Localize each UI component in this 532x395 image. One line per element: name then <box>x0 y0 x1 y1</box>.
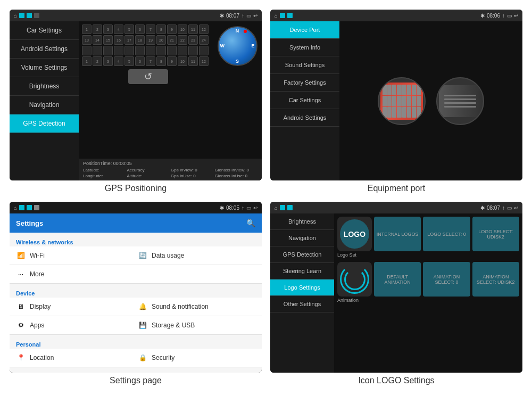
port-cable-visual <box>439 85 481 117</box>
settings-scroll[interactable]: Wireless & networks 📶 Wi-Fi 🔄 Data usage… <box>10 233 262 373</box>
grid-row-2: 13 14 15 16 17 18 19 20 21 22 23 <box>82 35 214 45</box>
settings-row-location[interactable]: 📍 Location 🔒 Security <box>10 349 262 367</box>
anim-default[interactable]: DEFAULT ANIMATION <box>374 262 421 297</box>
pin-6 <box>407 85 411 95</box>
sidebar-item-android-settings[interactable]: Android Settings <box>10 40 79 59</box>
equip-sidebar-factory-settings[interactable]: Factory Settings <box>270 74 339 92</box>
logo-time: 08:07 <box>487 205 500 211</box>
settings-row-apps[interactable]: ⚙ Apps 💾 Storage & USB <box>10 316 262 335</box>
grid-row-4: 1 2 3 4 5 6 7 8 9 10 11 <box>82 56 214 66</box>
compass-w: W <box>220 43 225 48</box>
back-icon[interactable]: ↩ <box>253 13 257 19</box>
anim-select-0[interactable]: ANIMATION SELECT: 0 <box>423 262 470 297</box>
gc-24: 24 <box>199 35 209 45</box>
anim-inner <box>344 269 365 290</box>
pin-23 <box>412 107 416 118</box>
gc-c9: 9 <box>167 56 177 66</box>
apps-icon: ⚙ <box>16 320 26 330</box>
equip-sidebar-car-settings[interactable]: Car Settings <box>270 92 339 109</box>
pin-1 <box>383 85 387 95</box>
gc-b3 <box>103 46 113 55</box>
logo-row: LOGO INTERNAL LOGOS LOGO SELECT: 0 LOGO … <box>337 217 519 251</box>
status-dot-1 <box>19 13 24 18</box>
equip-sidebar-system-info[interactable]: System Info <box>270 39 339 56</box>
gps-inuse-field: Gps InUse: 0 <box>171 174 214 178</box>
logo-dot-1 <box>280 205 285 210</box>
logo-cell: ⌂ ✱ 08:07 ↑ ▭ ↩ Brightness Navigation GP… <box>266 198 527 390</box>
settings-row-more[interactable]: ··· More <box>10 265 262 284</box>
settings-dot-3 <box>34 205 39 210</box>
compass-n: N <box>236 28 239 34</box>
settings-dot-1 <box>19 205 24 210</box>
sidebar-item-volume-settings[interactable]: Volume Settings <box>10 59 79 77</box>
settings-back[interactable]: ↩ <box>253 205 257 211</box>
logo-section: LOGO INTERNAL LOGOS LOGO SELECT: 0 LOGO … <box>337 217 519 259</box>
settings-time: 08:05 <box>226 205 239 211</box>
gc-17: 17 <box>124 35 134 45</box>
equip-back[interactable]: ↩ <box>514 13 518 19</box>
gc-c12: 12 <box>199 56 209 66</box>
refresh-button[interactable]: ↺ <box>128 69 168 84</box>
logo-select-0-label: LOGO SELECT: 0 <box>427 232 466 237</box>
divider-2 <box>10 335 262 339</box>
apps-label: Apps <box>30 322 134 329</box>
equip-bluetooth: ✱ <box>480 13 485 19</box>
globe: N S E W <box>218 26 257 66</box>
sidebar-item-gps[interactable]: GPS Detection <box>10 114 79 133</box>
anim-row: DEFAULT ANIMATION ANIMATION SELECT: 0 AN… <box>337 262 519 297</box>
settings-home-icon: ⌂ <box>14 205 17 211</box>
logo-select-udisk[interactable]: LOGO SELECT: UDISK2 <box>472 217 519 251</box>
logo-sidebar-navigation[interactable]: Navigation <box>270 230 334 246</box>
main-grid: ⌂ ✱ 08:07 ↑ ▭ ↩ Car Settings Android Set <box>0 0 532 395</box>
settings-battery: ▭ <box>246 205 251 211</box>
settings-row-display[interactable]: 🖥 Display 🔔 Sound & notification <box>10 298 262 316</box>
equip-sidebar-device-port[interactable]: Device Port <box>270 21 339 39</box>
equipment-cell: ⌂ ✱ 08:06 ↑ ▭ ↩ Device Port System Info … <box>266 5 527 198</box>
sidebar-item-navigation[interactable]: Navigation <box>10 96 79 114</box>
port-connector-image <box>378 77 426 125</box>
equip-status-bar: ⌂ ✱ 08:06 ↑ ▭ ↩ <box>270 10 522 21</box>
pin-7 <box>412 85 416 95</box>
gc-6: 6 <box>135 24 145 34</box>
anim-select-0-label: ANIMATION SELECT: 0 <box>425 274 468 285</box>
gc-c11: 11 <box>188 56 198 66</box>
logo-internal[interactable]: INTERNAL LOGOS <box>374 217 421 251</box>
equip-status-left: ⌂ <box>275 13 293 19</box>
logo-sidebar-steering[interactable]: Steering Learn <box>270 263 334 279</box>
settings-signal: ↑ <box>242 205 244 211</box>
logo-sidebar-brightness[interactable]: Brightness <box>270 213 334 230</box>
cable-line-1 <box>444 95 476 96</box>
equip-sidebar-android-settings[interactable]: Android Settings <box>270 109 339 127</box>
gc-2: 2 <box>93 24 102 34</box>
sidebar-item-brightness[interactable]: Brightness <box>10 77 79 96</box>
section-device: Device <box>10 288 262 298</box>
equip-sidebar-sound-settings[interactable]: Sound Settings <box>270 56 339 74</box>
equip-home-icon: ⌂ <box>275 13 278 19</box>
grid-numbers: 1 2 3 4 5 6 7 8 9 10 11 <box>82 24 214 155</box>
sidebar-item-car-settings[interactable]: Car Settings <box>10 21 79 40</box>
logo-sidebar: Brightness Navigation GPS Detection Stee… <box>270 213 334 373</box>
equip-sidebar: Device Port System Info Sound Settings F… <box>270 21 339 180</box>
logo-sidebar-other[interactable]: Other Settings <box>270 296 334 312</box>
settings-search-button[interactable]: 🔍 <box>246 219 255 227</box>
anim-section: DEFAULT ANIMATION ANIMATION SELECT: 0 AN… <box>337 262 519 304</box>
anim-select-udisk[interactable]: ANIMATION SELECT: UDISK2 <box>472 262 519 297</box>
anim-default-label: DEFAULT ANIMATION <box>376 274 419 285</box>
settings-row-wifi[interactable]: 📶 Wi-Fi 🔄 Data usage <box>10 246 262 265</box>
logo-back[interactable]: ↩ <box>514 205 518 211</box>
equipment-screen: ⌂ ✱ 08:06 ↑ ▭ ↩ Device Port System Info … <box>270 10 522 180</box>
gc-b1 <box>82 46 92 55</box>
anim-item[interactable] <box>337 262 372 297</box>
gc-22: 22 <box>178 35 187 45</box>
logo-select-0[interactable]: LOGO SELECT: 0 <box>423 217 470 251</box>
logo-sidebar-gps[interactable]: GPS Detection <box>270 246 334 263</box>
gc-8: 8 <box>156 24 166 34</box>
anim-label: Animation <box>337 297 519 304</box>
gps-time: 08:07 <box>226 13 239 19</box>
logo-item-logo[interactable]: LOGO <box>337 217 372 251</box>
gc-7: 7 <box>146 24 155 34</box>
cable-line-3 <box>444 102 476 104</box>
logo-signal: ↑ <box>502 205 505 211</box>
logo-screen: ⌂ ✱ 08:07 ↑ ▭ ↩ Brightness Navigation GP… <box>270 202 522 373</box>
logo-sidebar-logo-settings[interactable]: Logo Settings <box>270 279 334 296</box>
